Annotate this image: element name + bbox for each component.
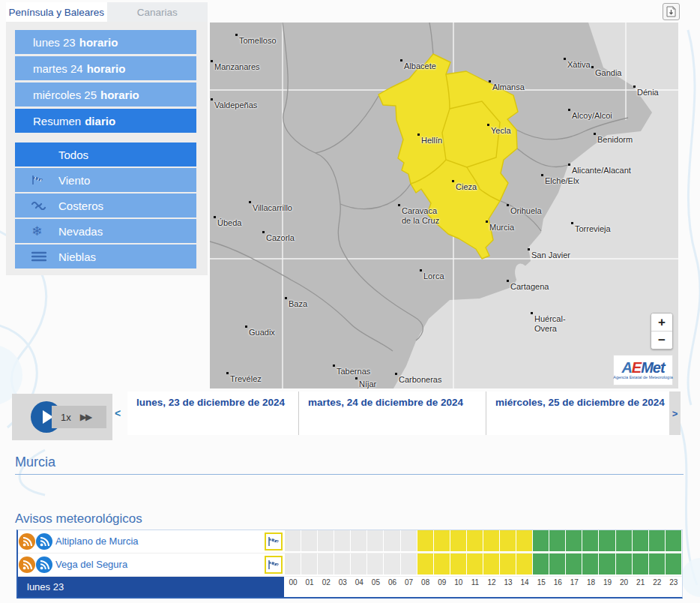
sidebar: lunes 23horariomartes 24horariomiércoles… (6, 22, 208, 275)
city-dot (417, 134, 420, 136)
hour-cell (401, 530, 417, 553)
city-dot (420, 269, 422, 272)
waves-icon (31, 201, 58, 210)
tab-peninsula-baleares[interactable]: Península y Baleares (6, 2, 107, 22)
city-label-torrevieja: Torrevieja (575, 224, 611, 234)
city-label--beda: Úbeda (217, 218, 241, 228)
hour-label: 14 (516, 578, 533, 586)
city-dot (528, 248, 530, 250)
timeline-next-arrow[interactable]: > (669, 392, 681, 435)
speed-value[interactable]: 1x (61, 412, 71, 423)
hour-label: 13 (500, 578, 516, 586)
timeline-days: lunes, 23 de diciembre de 2024martes, 24… (127, 392, 669, 435)
hour-cell (334, 530, 351, 553)
fast-forward-button[interactable]: ▶▶ (80, 412, 91, 422)
hour-cell (582, 530, 599, 553)
filter-button-nevadas[interactable]: ❄Nevadas (15, 219, 196, 243)
hour-cell (434, 554, 450, 576)
city-label-hell-n: Hellín (421, 136, 442, 146)
rss-blue-icon[interactable] (36, 533, 52, 550)
timeline-day-header[interactable]: lunes, 23 de diciembre de 2024 (136, 397, 285, 408)
day-button-label: martes 24horario (15, 62, 125, 75)
city-dot (262, 231, 265, 233)
region-title: Murcia (15, 454, 55, 470)
hour-cell (285, 554, 301, 576)
rss-orange-icon[interactable] (19, 556, 35, 573)
hour-label: 03 (334, 578, 351, 586)
day-button-lunes-23[interactable]: lunes 23horario (15, 30, 196, 54)
hour-label: 19 (599, 578, 615, 586)
hour-label: 21 (633, 578, 649, 586)
hour-axis: 0001020304050607080910111213141516171819… (285, 578, 682, 586)
city-dot (226, 372, 229, 374)
city-dot (568, 164, 570, 166)
hour-cell (434, 530, 450, 553)
day-button-martes-24[interactable]: martes 24horario (15, 56, 196, 80)
city-label-hu-rcal-: Huércal-Overa (534, 314, 566, 334)
aemet-logo-word: AEMet (621, 361, 664, 375)
city-label-cazorla: Cazorla (266, 233, 295, 243)
hour-cell (533, 554, 549, 576)
city-dot (452, 180, 454, 182)
filter-label: Viento (58, 174, 90, 187)
city-label-n-jar: Níjar (359, 380, 376, 388)
zone-link[interactable]: Vega del Segura (55, 559, 127, 570)
hour-cell (351, 530, 367, 553)
windsock-icon[interactable] (265, 556, 283, 574)
hour-cell (666, 530, 682, 553)
city-dot (591, 66, 594, 68)
timeline-day-header[interactable]: martes, 24 de diciembre de 2024 (308, 397, 463, 408)
city-dot (211, 60, 213, 62)
hour-label: 20 (616, 578, 633, 586)
filter-button-viento[interactable]: Viento (15, 168, 196, 192)
hour-cell (516, 554, 533, 576)
hour-label: 00 (285, 578, 301, 586)
hour-cell (616, 530, 633, 553)
city-label-san-javier: San Javier (531, 250, 570, 260)
city-label-valdepe-as: Valdepeñas (214, 100, 257, 110)
city-dot (487, 124, 489, 126)
zoom-out-button[interactable]: − (651, 332, 672, 349)
hour-cell (582, 554, 599, 576)
warnings-table: Altiplano de MurciaVega del Segura lunes… (16, 530, 683, 598)
city-dot (355, 377, 357, 380)
warning-map-canvas[interactable]: TomellosoManzanaresAlbaceteAlmansaXàtiva… (210, 22, 678, 388)
city-label-villacarrillo: Villacarrillo (253, 203, 292, 213)
city-dot (285, 297, 287, 299)
hour-cell (351, 554, 367, 576)
zone-link[interactable]: Altiplano de Murcia (55, 536, 139, 547)
animation-player: 1x ▶▶ (12, 394, 112, 440)
filter-button-todos[interactable]: Todos (15, 142, 196, 166)
filter-button-nieblas[interactable]: Nieblas (15, 244, 196, 268)
hour-cell (500, 554, 516, 576)
day-footer-bar: lunes 23 (18, 577, 284, 597)
hour-label: 15 (533, 578, 549, 586)
hour-cell (384, 530, 400, 553)
filter-button-costeros[interactable]: Costeros (15, 194, 196, 218)
day-button-resumen[interactable]: Resumendiario (15, 109, 196, 133)
hour-cell (599, 530, 615, 553)
city-dot (398, 204, 400, 206)
hour-cell (666, 554, 682, 576)
hour-cell (599, 554, 615, 576)
download-button[interactable] (663, 3, 680, 20)
map-zoom-control: + − (651, 313, 673, 350)
hour-label: 04 (351, 578, 367, 586)
timeline-day-header[interactable]: miércoles, 25 de diciembre de 2024 (495, 397, 665, 408)
day-button-label: miércoles 25horario (15, 88, 139, 101)
region-divider (15, 474, 684, 475)
rss-blue-icon[interactable] (36, 556, 52, 573)
hour-cell (500, 530, 516, 553)
day-button-miércoles-25[interactable]: miércoles 25horario (15, 82, 196, 106)
filter-label: Todos (15, 148, 88, 161)
tab-canarias[interactable]: Canarias (107, 2, 208, 22)
hour-cell (367, 530, 384, 553)
rss-orange-icon[interactable] (19, 533, 35, 550)
hour-label: 22 (649, 578, 666, 586)
windsock-icon[interactable] (265, 532, 283, 550)
timeline-prev-arrow[interactable]: < (115, 407, 121, 419)
hour-label: 23 (666, 578, 682, 586)
city-label-d-nia: Dénia (637, 88, 659, 98)
zoom-in-button[interactable]: + (651, 314, 672, 332)
hour-cell (367, 554, 384, 576)
